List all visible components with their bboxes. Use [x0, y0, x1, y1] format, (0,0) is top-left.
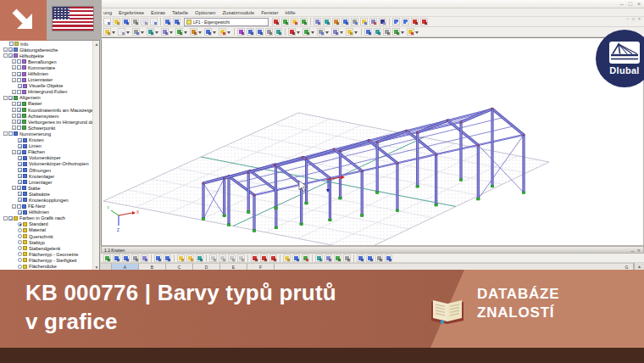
- lock-icon[interactable]: [379, 18, 386, 25]
- column-header-D[interactable]: D: [193, 263, 220, 270]
- expand-icon[interactable]: +: [12, 126, 16, 130]
- tree-item[interactable]: Querschnitt: [0, 233, 99, 239]
- pan-icon[interactable]: [265, 28, 273, 36]
- check-icon[interactable]: [300, 18, 308, 25]
- collapse-icon[interactable]: -: [3, 131, 8, 136]
- snap-icon[interactable]: [303, 28, 310, 36]
- tree-item[interactable]: Flächentyp - Steifigkeit: [0, 257, 99, 263]
- minimize-icon[interactable]: –: [620, 1, 624, 8]
- row-down-icon[interactable]: [219, 254, 226, 262]
- sync-view-icon[interactable]: [196, 254, 203, 262]
- tree-item[interactable]: +Verborgenes im Hintergrund darst.: [0, 119, 99, 125]
- zoom-window-icon[interactable]: [237, 28, 245, 36]
- column-header-G[interactable]: G: [620, 263, 634, 270]
- new-file-icon[interactable]: [103, 18, 111, 25]
- tree-item[interactable]: Stabendgelenk: [0, 245, 99, 251]
- zoom-out-icon[interactable]: [256, 28, 264, 36]
- close-icon[interactable]: ×: [637, 1, 641, 8]
- tree-item[interactable]: -Allgemein: [0, 95, 99, 101]
- table-import-icon[interactable]: [113, 254, 120, 262]
- expand-icon[interactable]: +: [12, 59, 16, 64]
- loadcase-nav-right-icon[interactable]: [173, 18, 180, 25]
- tree-item[interactable]: Info: [0, 41, 99, 47]
- grid-toggle-dropdown-caret[interactable]: [325, 28, 330, 36]
- checkbox[interactable]: [18, 192, 22, 196]
- show-results-icon[interactable]: [272, 18, 280, 25]
- view-mode-a-icon[interactable]: [154, 254, 162, 262]
- expand-icon[interactable]: +: [12, 78, 16, 82]
- checkbox[interactable]: [17, 108, 21, 112]
- navigator-scrollbar[interactable]: ▲ ▼: [92, 41, 99, 270]
- checkbox[interactable]: [18, 162, 22, 166]
- loadcase-step-icon[interactable]: [190, 28, 197, 36]
- expand-icon[interactable]: +: [12, 120, 16, 124]
- numbering-dropdown-caret[interactable]: [213, 28, 217, 36]
- loadcase-step-dropdown-caret[interactable]: [198, 28, 203, 36]
- radio-button[interactable]: [18, 240, 22, 244]
- refresh-view-dropdown-caret[interactable]: [184, 28, 188, 36]
- zoom-in-icon[interactable]: [247, 28, 254, 36]
- column-header-A[interactable]: A: [112, 263, 139, 270]
- undo-icon[interactable]: [103, 28, 111, 36]
- dimension-icon[interactable]: [383, 28, 391, 36]
- tree-item[interactable]: Linienlager: [0, 179, 99, 185]
- isometric-view-dropdown-caret[interactable]: [169, 28, 174, 36]
- select-mode-dropdown-caret[interactable]: [297, 28, 301, 36]
- table-scroll-up-icon[interactable]: ▲: [634, 263, 644, 270]
- menu-item-fenster[interactable]: Fenster: [261, 10, 278, 15]
- radio-button[interactable]: [18, 246, 22, 250]
- maximize-icon[interactable]: □: [629, 1, 632, 8]
- checkbox[interactable]: [18, 84, 22, 88]
- menu-item-hilfe[interactable]: Hilfe: [285, 10, 295, 15]
- highlight-off-icon[interactable]: [186, 254, 194, 262]
- checkbox[interactable]: [17, 90, 21, 94]
- checkbox[interactable]: [8, 131, 13, 136]
- row-delete-icon[interactable]: [237, 254, 245, 262]
- tree-item[interactable]: +Glättungsbereiche: [0, 47, 99, 53]
- redo-icon[interactable]: [118, 28, 125, 36]
- undo-dropdown-caret[interactable]: [112, 28, 116, 36]
- checkbox[interactable]: [18, 198, 22, 202]
- tree-item[interactable]: +Koordinateninfo am Mauszeiger: [0, 107, 99, 113]
- new-model-icon[interactable]: [314, 18, 321, 25]
- tree-item[interactable]: Knoten: [0, 137, 99, 143]
- tree-item[interactable]: Flächendicke: [0, 263, 99, 269]
- sheet-list-icon[interactable]: [292, 254, 300, 262]
- expand-icon[interactable]: +: [12, 72, 16, 76]
- checkbox[interactable]: [8, 216, 13, 221]
- scroll-up-icon[interactable]: ▲: [94, 42, 99, 47]
- expand-icon[interactable]: +: [12, 150, 16, 154]
- chart-icon[interactable]: [302, 254, 309, 262]
- refresh-view-icon[interactable]: [175, 28, 183, 36]
- view-mode-b-icon[interactable]: [164, 254, 171, 262]
- jump-prev-icon[interactable]: [260, 254, 268, 262]
- menu-item-tabelle[interactable]: Tabelle: [172, 10, 188, 15]
- child-minimize-icon[interactable]: –: [626, 16, 629, 21]
- collapse-icon[interactable]: -: [3, 53, 8, 58]
- tree-item[interactable]: +Kommentare: [0, 64, 99, 70]
- tree-item[interactable]: -Farben in Grafik nach: [0, 215, 99, 221]
- load-case-select[interactable]: LF1 - Eigengewicht: [184, 18, 269, 26]
- column-header-C[interactable]: C: [166, 263, 193, 270]
- tree-item[interactable]: Hilfslinien: [0, 209, 99, 215]
- checkbox[interactable]: [17, 72, 21, 76]
- view-render-icon[interactable]: [147, 28, 154, 36]
- view-xy-icon[interactable]: [132, 28, 140, 36]
- render-icon[interactable]: [323, 18, 330, 25]
- tree-item[interactable]: +Flächen: [0, 149, 99, 155]
- drawing-area[interactable]: XYZ: [101, 37, 644, 246]
- tree-item[interactable]: +Raster: [0, 101, 99, 107]
- menu-item-zusatzmodule[interactable]: Zusatzmodule: [222, 10, 254, 15]
- tree-item[interactable]: -Hilfsobjekte: [0, 53, 99, 59]
- expand-icon[interactable]: +: [12, 102, 16, 106]
- checkbox[interactable]: [18, 210, 22, 215]
- workplane-icon[interactable]: [346, 28, 353, 36]
- tree-item[interactable]: Knotenkopplungen: [0, 197, 99, 203]
- rotate-icon[interactable]: [341, 18, 349, 25]
- highlight-on-icon[interactable]: [177, 254, 185, 262]
- guidelines-dropdown-caret[interactable]: [340, 28, 344, 36]
- menu-item-ung[interactable]: ung: [103, 10, 112, 15]
- tree-item[interactable]: +Achsensystem: [0, 113, 99, 119]
- expand-icon[interactable]: +: [12, 65, 16, 70]
- checkbox[interactable]: [17, 65, 21, 70]
